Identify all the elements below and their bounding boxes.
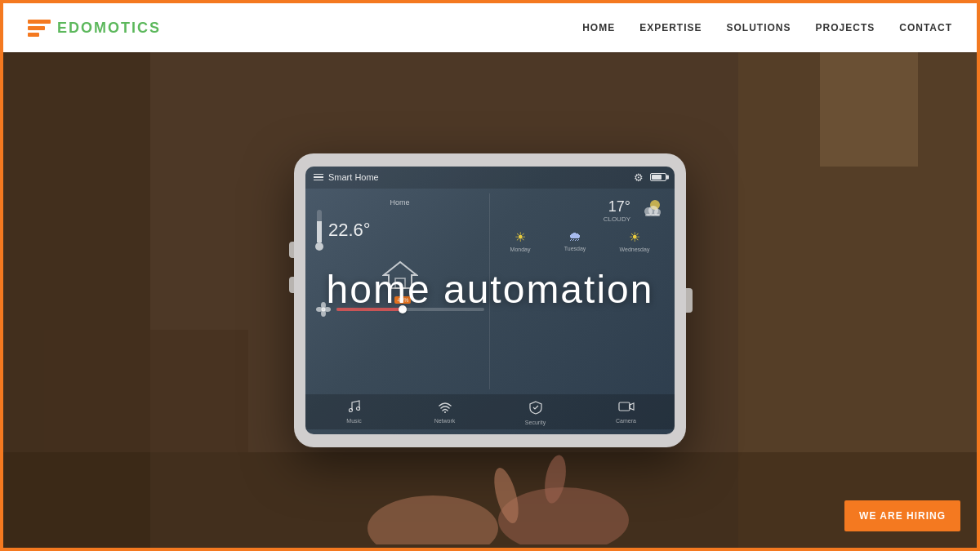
svg-rect-18	[645, 214, 660, 216]
svg-point-19	[349, 408, 352, 411]
security-label: Security	[490, 420, 581, 425]
nav-solutions[interactable]: SOLUTIONS	[727, 22, 791, 33]
logo-icon	[28, 16, 51, 39]
forecast-monday: ☀ Monday	[510, 229, 531, 252]
gear-icon: ⚙	[634, 171, 644, 184]
battery-icon	[650, 173, 666, 181]
tablet-bottom-bar: Music Network	[305, 394, 675, 429]
nav-contact[interactable]: CONTACT	[899, 22, 952, 33]
tablet-main-content: Home 22.6°	[305, 189, 675, 394]
forecast-wednesday-label: Wednesday	[620, 247, 650, 252]
fan-icon	[315, 301, 332, 318]
weather-current: 17° CLOUDY	[495, 198, 665, 223]
weather-cloud-icon	[635, 198, 665, 221]
logo-area: EDOMOTICS	[28, 16, 161, 39]
svg-point-11	[324, 307, 331, 312]
hamburger-icon	[314, 174, 323, 181]
forecast-monday-label: Monday	[510, 247, 531, 252]
music-label: Music	[309, 418, 399, 424]
tablet-right: 17° CLOUDY	[490, 193, 670, 389]
forecast-tuesday-label: Tuesday	[564, 246, 586, 251]
house-icon	[382, 260, 418, 290]
svg-point-21	[444, 411, 446, 413]
forecast-wednesday: ☀ Wednesday	[620, 229, 650, 252]
tablet-home-button	[686, 288, 693, 313]
bottom-camera: Camera	[581, 400, 671, 425]
therm-bar	[317, 210, 322, 242]
network-label: Network	[399, 418, 490, 424]
forecast-tuesday: 🌧 Tuesday	[564, 229, 586, 252]
forecast-monday-icon: ☀	[510, 229, 531, 245]
svg-point-10	[321, 302, 326, 309]
fan-slider-track: 45%	[336, 308, 484, 311]
forecast-wednesday-icon: ☀	[620, 229, 650, 245]
nav-projects[interactable]: PROJECTS	[816, 22, 875, 33]
home-icon-area	[315, 260, 484, 293]
weather-forecast: ☀ Monday 🌧 Tuesday ☀ Wednesday	[495, 229, 665, 252]
therm-fill	[317, 221, 322, 242]
status-left: Smart Home	[314, 172, 379, 182]
svg-marker-23	[630, 403, 634, 410]
home-location-label: Home	[315, 198, 484, 207]
nav-expertise[interactable]: EXPERTISE	[639, 22, 702, 33]
fan-percent-badge: 45%	[394, 296, 411, 304]
svg-point-20	[356, 407, 359, 410]
bottom-music: Music	[309, 400, 399, 425]
nav-home[interactable]: HOME	[582, 22, 615, 33]
forecast-tuesday-icon: 🌧	[564, 229, 586, 244]
status-right: ⚙	[634, 171, 666, 184]
temp-section: 22.6°	[315, 210, 484, 251]
tablet-title: Smart Home	[328, 172, 379, 182]
hero-section: Smart Home ⚙ Home	[3, 3, 977, 548]
tablet-screen: Smart Home ⚙ Home	[305, 167, 675, 434]
svg-rect-22	[619, 402, 630, 411]
brand-name: EDOMOTICS	[57, 20, 161, 37]
tablet-device: Smart Home ⚙ Home	[294, 153, 686, 447]
svg-point-13	[316, 307, 323, 312]
tablet-statusbar: Smart Home ⚙	[305, 167, 675, 189]
fan-slider-fill	[336, 308, 403, 311]
main-nav: HOME EXPERTISE SOLUTIONS PROJECTS CONTAC…	[582, 22, 952, 33]
bottom-security: Security	[490, 400, 581, 425]
page-wrapper: EDOMOTICS HOME EXPERTISE SOLUTIONS PROJE…	[3, 3, 977, 548]
wifi-icon	[438, 400, 452, 413]
tablet-vol-button2	[289, 277, 294, 293]
fan-section: 45%	[315, 301, 484, 318]
music-icon	[347, 400, 362, 413]
weather-temp: 17°	[604, 198, 630, 216]
hiring-button[interactable]: WE ARE HIRING	[844, 500, 960, 531]
svg-marker-7	[384, 262, 416, 288]
camera-icon	[618, 400, 635, 413]
weather-condition: CLOUDY	[604, 216, 630, 223]
camera-label: Camera	[581, 418, 671, 424]
tablet-vol-button	[289, 242, 294, 258]
svg-point-12	[321, 310, 326, 317]
svg-rect-8	[395, 278, 405, 288]
temperature-value: 22.6°	[328, 220, 371, 241]
thermometer-icon	[315, 210, 323, 251]
therm-bulb	[315, 242, 323, 251]
tablet-left: Home 22.6°	[310, 193, 490, 389]
bottom-network: Network	[399, 400, 490, 425]
header: EDOMOTICS HOME EXPERTISE SOLUTIONS PROJE…	[3, 3, 977, 52]
weather-info: 17° CLOUDY	[604, 198, 630, 223]
fan-slider-thumb: 45%	[399, 305, 407, 313]
tablet-frame: Smart Home ⚙ Home	[294, 153, 686, 447]
security-shield-icon	[528, 400, 543, 415]
fan-row: 45%	[315, 301, 484, 318]
